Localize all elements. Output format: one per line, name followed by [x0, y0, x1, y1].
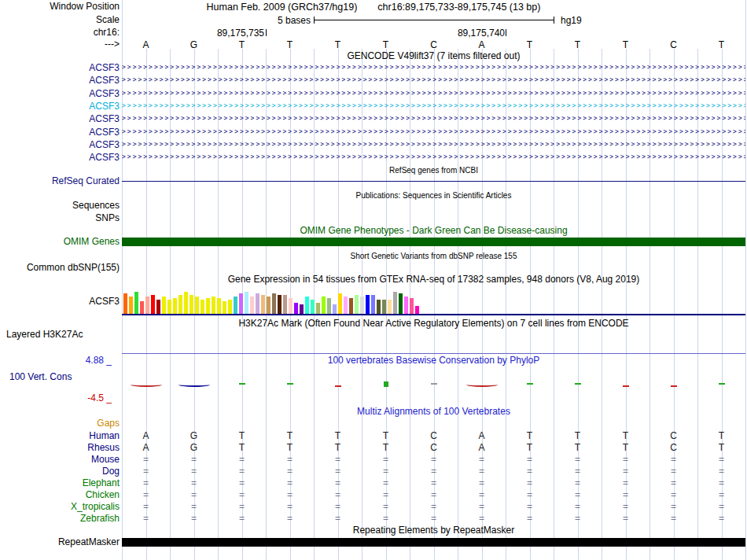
repeatmasker-bar[interactable]	[122, 538, 745, 547]
base-row[interactable]: AGTTTTCATTTCT	[0, 39, 747, 50]
gtex-tissue-bar[interactable]	[316, 303, 320, 314]
gtex-tissue-bar[interactable]	[228, 300, 232, 314]
gtex-tissue-bar[interactable]	[344, 297, 348, 314]
gtex-tissue-bar[interactable]	[167, 300, 171, 314]
gencode-transcript-row[interactable]: ACSF3>>>>>>>>>>>>>>>>>>>>>>>>>>>>>>>>>>>…	[0, 100, 747, 112]
gencode-title[interactable]: GENCODE V49lift37 (7 items filtered out)	[122, 51, 745, 61]
gtex-tissue-bar[interactable]	[151, 295, 155, 314]
gencode-gene-label[interactable]: ACSF3	[0, 112, 120, 125]
gaps-label[interactable]: Gaps	[0, 418, 120, 429]
gtex-tissue-bar[interactable]	[267, 297, 270, 314]
gencode-transcript-row[interactable]: ACSF3>>>>>>>>>>>>>>>>>>>>>>>>>>>>>>>>>>>…	[0, 126, 747, 138]
gtex-tissue-bar[interactable]	[311, 300, 315, 314]
gencode-transcript-row[interactable]: ACSF3>>>>>>>>>>>>>>>>>>>>>>>>>>>>>>>>>>>…	[0, 112, 747, 125]
gtex-tissue-bar[interactable]	[377, 300, 381, 314]
sequences-label[interactable]: Sequences	[0, 201, 120, 211]
gtex-tissue-bar[interactable]	[382, 300, 386, 314]
gtex-tissue-bar[interactable]	[360, 297, 364, 314]
dbsnp-label[interactable]: Common dbSNP(155)	[0, 263, 120, 273]
phylop-marks[interactable]	[0, 378, 747, 393]
gencode-transcript-row[interactable]: ACSF3>>>>>>>>>>>>>>>>>>>>>>>>>>>>>>>>>>>…	[0, 74, 747, 87]
h3k27ac-label[interactable]: Layered H3K27Ac	[6, 330, 83, 340]
gencode-transcript-line[interactable]: >>>>>>>>>>>>>>>>>>>>>>>>>>>>>>>>>>>>>>>>…	[122, 74, 745, 87]
gencode-transcript-line[interactable]: >>>>>>>>>>>>>>>>>>>>>>>>>>>>>>>>>>>>>>>>…	[122, 100, 745, 112]
gtex-tissue-bar[interactable]	[123, 293, 127, 314]
gtex-tissue-bar[interactable]	[305, 297, 309, 314]
gencode-gene-label[interactable]: ACSF3	[0, 61, 120, 74]
species-label[interactable]: Mouse	[0, 454, 120, 466]
gtex-tissue-bar[interactable]	[178, 295, 182, 314]
gtex-tissue-bar[interactable]	[217, 298, 221, 314]
gtex-tissue-bar[interactable]	[294, 303, 298, 314]
gencode-transcript-line[interactable]: >>>>>>>>>>>>>>>>>>>>>>>>>>>>>>>>>>>>>>>>…	[122, 138, 745, 151]
snps-label[interactable]: SNPs	[0, 213, 120, 223]
gtex-tissue-bar[interactable]	[366, 295, 370, 314]
alignment-row-rhesus[interactable]: RhesusAGTTTTCATTTCT	[0, 442, 747, 454]
gtex-tissue-bar[interactable]	[333, 304, 337, 314]
omim-genes-label[interactable]: OMIM Genes	[0, 237, 120, 247]
gtex-tissue-bar[interactable]	[173, 298, 177, 314]
species-label[interactable]: Zebrafish	[0, 513, 120, 525]
refseq-curated-label[interactable]: RefSeq Curated	[0, 176, 120, 186]
gtex-tissue-bar[interactable]	[212, 297, 215, 314]
gtex-tissue-bar[interactable]	[256, 293, 259, 314]
gtex-tissue-bar[interactable]	[393, 292, 397, 314]
gencode-transcript-row[interactable]: ACSF3>>>>>>>>>>>>>>>>>>>>>>>>>>>>>>>>>>>…	[0, 87, 747, 100]
gtex-tissue-bar[interactable]	[239, 293, 243, 314]
gtex-tissue-bar[interactable]	[201, 300, 204, 314]
gencode-transcript-line[interactable]: >>>>>>>>>>>>>>>>>>>>>>>>>>>>>>>>>>>>>>>>…	[122, 87, 745, 100]
alignment-row-human[interactable]: HumanAGTTTTCATTTCT	[0, 430, 747, 442]
gtex-bars[interactable]	[0, 289, 747, 314]
alignment-row-zebrafish[interactable]: Zebrafish=============	[0, 513, 747, 525]
alignment-row-mouse[interactable]: Mouse=============	[0, 454, 747, 466]
gtex-tissue-bar[interactable]	[156, 300, 160, 314]
gtex-tissue-bar[interactable]	[162, 297, 166, 314]
omim-genes-bar[interactable]	[122, 238, 745, 246]
gtex-tissue-bar[interactable]	[134, 292, 138, 314]
gtex-tissue-bar[interactable]	[245, 292, 248, 314]
gtex-tissue-bar[interactable]	[206, 298, 210, 314]
gtex-tissue-bar[interactable]	[388, 300, 392, 314]
species-label[interactable]: Dog	[0, 466, 120, 477]
gtex-tissue-bar[interactable]	[184, 292, 188, 314]
gtex-tissue-bar[interactable]	[223, 301, 226, 314]
gtex-tissue-bar[interactable]	[195, 297, 199, 314]
gtex-tissue-bar[interactable]	[371, 295, 375, 314]
gencode-transcript-line[interactable]: >>>>>>>>>>>>>>>>>>>>>>>>>>>>>>>>>>>>>>>>…	[122, 61, 745, 74]
gencode-gene-label[interactable]: ACSF3	[0, 74, 120, 87]
gtex-tissue-bar[interactable]	[338, 293, 342, 314]
gtex-tissue-bar[interactable]	[278, 295, 282, 314]
gtex-tissue-bar[interactable]	[322, 297, 326, 314]
gtex-tissue-bar[interactable]	[349, 298, 353, 314]
species-label[interactable]: X_tropicalis	[0, 501, 120, 513]
gtex-tissue-bar[interactable]	[129, 297, 133, 314]
gtex-tissue-bar[interactable]	[415, 306, 419, 314]
alignment-row-x_tropicalis[interactable]: X_tropicalis=============	[0, 501, 747, 513]
gtex-tissue-bar[interactable]	[327, 298, 331, 314]
gencode-transcript-line[interactable]: >>>>>>>>>>>>>>>>>>>>>>>>>>>>>>>>>>>>>>>>…	[122, 126, 745, 138]
refseq-curated-line[interactable]	[122, 181, 745, 182]
gtex-tissue-bar[interactable]	[300, 304, 304, 314]
omim-title[interactable]: OMIM Gene Phenotypes - Dark Green Can Be…	[122, 226, 745, 236]
gtex-tissue-bar[interactable]	[404, 297, 408, 314]
gencode-transcript-line[interactable]: >>>>>>>>>>>>>>>>>>>>>>>>>>>>>>>>>>>>>>>>…	[122, 112, 745, 125]
repeatmasker-title[interactable]: Repeating Elements by RepeatMasker	[122, 525, 745, 536]
species-label[interactable]: Rhesus	[0, 442, 120, 454]
species-label[interactable]: Elephant	[0, 477, 120, 489]
gtex-tissue-bar[interactable]	[272, 293, 276, 314]
repeatmasker-label[interactable]: RepeatMasker	[0, 537, 120, 547]
gtex-tissue-bar[interactable]	[250, 297, 254, 314]
gencode-transcript-line[interactable]: >>>>>>>>>>>>>>>>>>>>>>>>>>>>>>>>>>>>>>>>…	[122, 151, 745, 164]
gencode-gene-label[interactable]: ACSF3	[0, 126, 120, 138]
species-label[interactable]: Human	[0, 430, 120, 442]
publications-title[interactable]: Publications: Sequences in Scientific Ar…	[122, 190, 745, 201]
species-label[interactable]: Chicken	[0, 489, 120, 501]
gtex-tissue-bar[interactable]	[289, 298, 293, 314]
gtex-tissue-bar[interactable]	[410, 298, 414, 314]
gtex-tissue-bar[interactable]	[283, 295, 287, 314]
alignment-row-elephant[interactable]: Elephant=============	[0, 477, 747, 489]
gtex-tissue-bar[interactable]	[261, 295, 265, 314]
gencode-gene-label[interactable]: ACSF3	[0, 100, 120, 112]
phylop-title[interactable]: 100 vertebrates Basewise Conservation by…	[122, 356, 745, 366]
gtex-tissue-bar[interactable]	[145, 297, 149, 314]
